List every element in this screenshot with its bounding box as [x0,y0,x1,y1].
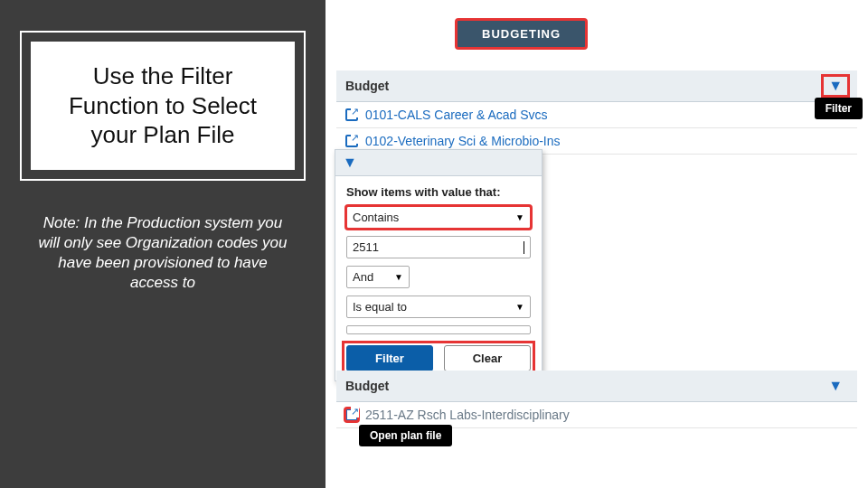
chevron-down-icon: ▼ [515,212,524,222]
filter-funnel-icon[interactable]: ▼ [343,155,357,170]
budget-column-header: Budget ▼ [336,371,857,402]
budgeting-tab-wrap: BUDGETING [457,20,586,48]
budget-header-label: Budget [345,79,389,93]
instruction-sidebar: Use the Filter Function to Select your P… [0,0,326,488]
value2-input[interactable] [346,325,531,334]
condition2-value: Is equal to [353,300,407,314]
filter-funnel-icon[interactable]: ▼ [823,376,848,396]
plan-file-row[interactable]: 0101-CALS Career & Acad Svcs [336,102,857,128]
plan-file-label: 0101-CALS Career & Acad Svcs [365,108,548,122]
budget-panel-before: Budget ▼ 0101-CALS Career & Acad Svcs 01… [336,70,857,155]
filter-button-row: Filter Clear [346,345,531,371]
popup-header: ▼ [335,150,542,176]
budgeting-tab[interactable]: BUDGETING [457,20,586,48]
slide-note: Note: In the Production system you will … [25,213,300,293]
value1-text: 2511 [353,240,379,254]
budget-header-label: Budget [345,379,389,393]
value1-input[interactable]: 2511 [346,236,531,258]
plan-file-label: 2511-AZ Rsch Labs-Interdisciplinary [365,408,570,422]
open-plan-icon[interactable] [345,408,358,421]
open-plan-file-tooltip: Open plan file [359,425,452,446]
chevron-down-icon: ▼ [394,272,403,282]
joiner-value: And [353,270,373,284]
joiner-select[interactable]: And ▼ [346,266,410,288]
filter-popup: ▼ Show items with value that: Contains ▼… [335,149,542,381]
condition1-select[interactable]: Contains ▼ [346,206,531,229]
clear-button[interactable]: Clear [444,345,531,371]
popup-title: Show items with value that: [346,185,531,199]
screenshot-area: BUDGETING Budget ▼ 0101-CALS Career & Ac… [326,0,868,488]
filter-tooltip: Filter [815,98,863,119]
filter-funnel-icon[interactable]: ▼ [823,76,848,96]
open-plan-icon[interactable] [345,135,358,147]
text-cursor [524,241,524,254]
plan-file-label: 0102-Veterinary Sci & Microbio-Ins [365,134,561,148]
budget-column-header: Budget ▼ [336,70,857,102]
condition2-select[interactable]: Is equal to ▼ [346,296,531,318]
chevron-down-icon: ▼ [515,302,524,312]
budget-panel-after: Budget ▼ 2511-AZ Rsch Labs-Interdiscipli… [336,371,857,428]
slide-title: Use the Filter Function to Select your P… [31,42,295,170]
condition1-value: Contains [353,211,399,224]
filter-button[interactable]: Filter [346,345,433,371]
open-plan-icon[interactable] [345,108,358,121]
